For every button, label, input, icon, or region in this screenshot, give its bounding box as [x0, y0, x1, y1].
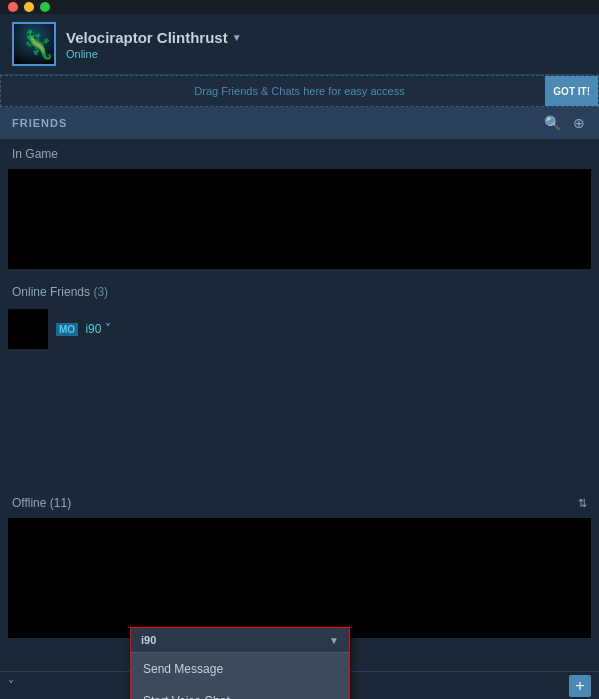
- friend-name-partial: MO i90 ˅: [56, 322, 591, 336]
- send-message-label: Send Message: [143, 662, 223, 676]
- friend-avatar: [8, 309, 48, 349]
- drag-bar-text: Drag Friends & Chats here for easy acces…: [194, 85, 404, 97]
- friend-name-suffix: i90 ˅: [85, 322, 110, 336]
- avatar-icon: 🦎: [20, 28, 55, 61]
- username[interactable]: Velociraptor Clinthrust ▼: [66, 29, 587, 46]
- offline-count: (11): [50, 496, 71, 510]
- user-header: 🦎 Velociraptor Clinthrust ▼ Online: [0, 14, 599, 75]
- maximize-button[interactable]: [40, 2, 50, 12]
- context-menu: i90 ▼ Send Message Start Voice Chat View…: [130, 627, 350, 699]
- got-it-button[interactable]: GOT IT!: [545, 76, 598, 106]
- offline-sort-icon[interactable]: ⇅: [578, 497, 587, 510]
- friend-item[interactable]: MO i90 ˅: [0, 303, 599, 355]
- offline-section: Offline (11) ⇅: [0, 488, 599, 642]
- context-menu-header: i90 ▼: [131, 628, 349, 653]
- online-friends-count: (3): [93, 285, 108, 299]
- drag-bar[interactable]: Drag Friends & Chats here for easy acces…: [0, 75, 599, 107]
- in-game-section: In Game: [0, 139, 599, 269]
- bottom-chevron-icon[interactable]: ˅: [8, 679, 14, 693]
- online-friends-header: Online Friends (3): [0, 277, 599, 303]
- friends-header: FRIENDS 🔍 ⊕: [0, 107, 599, 139]
- offline-header: Offline (11) ⇅: [0, 488, 599, 514]
- add-button[interactable]: +: [569, 675, 591, 697]
- user-status: Online: [66, 48, 587, 60]
- mo-badge: MO: [56, 323, 78, 336]
- offline-label: Offline: [12, 496, 46, 510]
- friends-actions: 🔍 ⊕: [542, 113, 587, 133]
- friend-info: MO i90 ˅: [56, 322, 591, 336]
- offline-title: Offline (11): [12, 496, 71, 510]
- user-info: Velociraptor Clinthrust ▼ Online: [66, 29, 587, 60]
- in-game-area: [8, 169, 591, 269]
- context-menu-username: i90: [141, 634, 156, 646]
- context-menu-send-message[interactable]: Send Message: [131, 653, 349, 685]
- in-game-label: In Game: [12, 147, 58, 161]
- minimize-button[interactable]: [24, 2, 34, 12]
- username-text: Velociraptor Clinthrust: [66, 29, 228, 46]
- username-chevron-icon: ▼: [232, 32, 242, 43]
- in-game-header: In Game: [0, 139, 599, 165]
- voice-chat-label: Start Voice Chat: [143, 694, 230, 699]
- friends-title: FRIENDS: [12, 117, 67, 129]
- add-friend-icon-button[interactable]: ⊕: [571, 113, 587, 133]
- search-button[interactable]: 🔍: [542, 113, 563, 133]
- titlebar: [0, 0, 599, 14]
- close-button[interactable]: [8, 2, 18, 12]
- offline-area: [8, 518, 591, 638]
- online-friends-label: Online Friends: [12, 285, 90, 299]
- avatar: 🦎: [12, 22, 56, 66]
- context-menu-chevron-icon: ▼: [329, 635, 339, 646]
- context-menu-voice-chat[interactable]: Start Voice Chat: [131, 685, 349, 699]
- online-friends-section: Online Friends (3) MO i90 ˅ i90 ▼ Send M…: [0, 277, 599, 355]
